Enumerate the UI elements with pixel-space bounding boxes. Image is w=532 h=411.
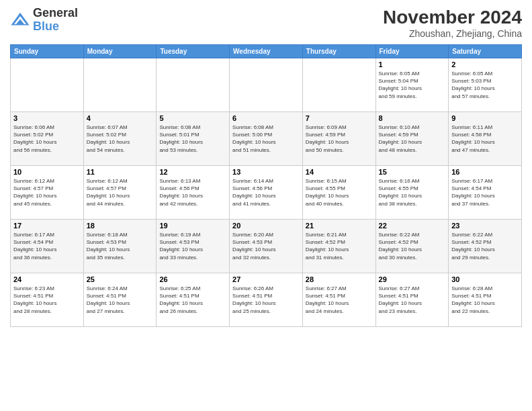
day-info: Sunrise: 6:19 AM Sunset: 4:53 PM Dayligh…: [159, 231, 226, 261]
day-info: Sunrise: 6:23 AM Sunset: 4:51 PM Dayligh…: [13, 285, 81, 315]
calendar-day-cell: 6Sunrise: 6:08 AM Sunset: 5:00 PM Daylig…: [230, 112, 303, 166]
calendar-week-row: 1Sunrise: 6:05 AM Sunset: 5:04 PM Daylig…: [11, 58, 522, 112]
weekday-header: Sunday: [11, 45, 84, 58]
day-number: 28: [306, 275, 373, 283]
day-info: Sunrise: 6:24 AM Sunset: 4:51 PM Dayligh…: [87, 285, 154, 315]
weekday-header: Friday: [375, 45, 449, 58]
day-info: Sunrise: 6:08 AM Sunset: 5:01 PM Dayligh…: [159, 124, 226, 154]
day-number: 15: [379, 168, 446, 176]
calendar-day-cell: 14Sunrise: 6:15 AM Sunset: 4:55 PM Dayli…: [302, 166, 375, 220]
day-number: 14: [306, 168, 373, 176]
calendar-day-cell: 8Sunrise: 6:10 AM Sunset: 4:59 PM Daylig…: [375, 112, 449, 166]
day-number: 2: [451, 60, 519, 68]
header: General Blue November 2024 Zhoushan, Zhe…: [10, 7, 522, 39]
day-info: Sunrise: 6:10 AM Sunset: 4:59 PM Dayligh…: [379, 124, 446, 154]
calendar-day-cell: 25Sunrise: 6:24 AM Sunset: 4:51 PM Dayli…: [83, 273, 157, 327]
day-number: 29: [379, 275, 446, 283]
day-info: Sunrise: 6:15 AM Sunset: 4:55 PM Dayligh…: [306, 177, 373, 208]
calendar-week-row: 17Sunrise: 6:17 AM Sunset: 4:54 PM Dayli…: [11, 220, 522, 273]
day-info: Sunrise: 6:12 AM Sunset: 4:57 PM Dayligh…: [13, 177, 81, 208]
calendar-week-row: 3Sunrise: 6:06 AM Sunset: 5:02 PM Daylig…: [11, 112, 522, 166]
weekday-header: Saturday: [449, 45, 522, 58]
day-number: 4: [87, 114, 154, 122]
day-number: 24: [13, 275, 81, 283]
calendar-day-cell: 23Sunrise: 6:22 AM Sunset: 4:52 PM Dayli…: [449, 220, 522, 273]
calendar-day-cell: 3Sunrise: 6:06 AM Sunset: 5:02 PM Daylig…: [11, 112, 84, 166]
logo: General Blue: [10, 7, 78, 34]
day-info: Sunrise: 6:05 AM Sunset: 5:04 PM Dayligh…: [379, 70, 446, 100]
month-title: November 2024: [383, 7, 522, 28]
calendar-day-cell: 4Sunrise: 6:07 AM Sunset: 5:02 PM Daylig…: [83, 112, 157, 166]
day-info: Sunrise: 6:11 AM Sunset: 4:58 PM Dayligh…: [451, 124, 519, 154]
day-number: 3: [13, 114, 81, 122]
calendar-day-cell: 9Sunrise: 6:11 AM Sunset: 4:58 PM Daylig…: [449, 112, 522, 166]
day-info: Sunrise: 6:06 AM Sunset: 5:02 PM Dayligh…: [13, 124, 81, 154]
day-info: Sunrise: 6:27 AM Sunset: 4:51 PM Dayligh…: [379, 285, 446, 315]
day-info: Sunrise: 6:22 AM Sunset: 4:52 PM Dayligh…: [451, 231, 519, 261]
day-info: Sunrise: 6:17 AM Sunset: 4:54 PM Dayligh…: [13, 231, 81, 261]
calendar-day-cell: 19Sunrise: 6:19 AM Sunset: 4:53 PM Dayli…: [157, 220, 230, 273]
day-number: 5: [159, 114, 226, 122]
day-number: 17: [13, 222, 81, 230]
calendar-day-cell: 7Sunrise: 6:09 AM Sunset: 4:59 PM Daylig…: [302, 112, 375, 166]
day-info: Sunrise: 6:25 AM Sunset: 4:51 PM Dayligh…: [159, 285, 226, 315]
calendar: SundayMondayTuesdayWednesdayThursdayFrid…: [10, 44, 522, 327]
calendar-day-cell: 10Sunrise: 6:12 AM Sunset: 4:57 PM Dayli…: [11, 166, 84, 220]
day-info: Sunrise: 6:18 AM Sunset: 4:53 PM Dayligh…: [87, 231, 154, 261]
day-number: 10: [13, 168, 81, 176]
day-number: 26: [159, 275, 226, 283]
main-container: General Blue November 2024 Zhoushan, Zhe…: [0, 0, 532, 411]
day-info: Sunrise: 6:28 AM Sunset: 4:51 PM Dayligh…: [451, 285, 519, 315]
calendar-day-cell: 30Sunrise: 6:28 AM Sunset: 4:51 PM Dayli…: [449, 273, 522, 327]
calendar-day-cell: [157, 58, 230, 112]
calendar-day-cell: 21Sunrise: 6:21 AM Sunset: 4:52 PM Dayli…: [302, 220, 375, 273]
day-info: Sunrise: 6:21 AM Sunset: 4:52 PM Dayligh…: [306, 231, 373, 261]
weekday-header: Monday: [83, 45, 157, 58]
day-number: 19: [159, 222, 226, 230]
calendar-day-cell: 24Sunrise: 6:23 AM Sunset: 4:51 PM Dayli…: [11, 273, 84, 327]
day-number: 30: [451, 275, 519, 283]
calendar-day-cell: 5Sunrise: 6:08 AM Sunset: 5:01 PM Daylig…: [157, 112, 230, 166]
day-info: Sunrise: 6:27 AM Sunset: 4:51 PM Dayligh…: [306, 285, 373, 315]
day-number: 7: [306, 114, 373, 122]
day-info: Sunrise: 6:12 AM Sunset: 4:57 PM Dayligh…: [87, 177, 154, 208]
calendar-day-cell: 13Sunrise: 6:14 AM Sunset: 4:56 PM Dayli…: [230, 166, 303, 220]
day-info: Sunrise: 6:05 AM Sunset: 5:03 PM Dayligh…: [451, 70, 519, 100]
calendar-day-cell: 2Sunrise: 6:05 AM Sunset: 5:03 PM Daylig…: [449, 58, 522, 112]
calendar-day-cell: 29Sunrise: 6:27 AM Sunset: 4:51 PM Dayli…: [375, 273, 449, 327]
day-number: 20: [232, 222, 300, 230]
day-number: 1: [379, 60, 446, 68]
day-info: Sunrise: 6:09 AM Sunset: 4:59 PM Dayligh…: [306, 124, 373, 154]
calendar-day-cell: 26Sunrise: 6:25 AM Sunset: 4:51 PM Dayli…: [157, 273, 230, 327]
day-number: 23: [451, 222, 519, 230]
day-info: Sunrise: 6:17 AM Sunset: 4:54 PM Dayligh…: [451, 177, 519, 208]
logo-general: General: [33, 7, 78, 20]
calendar-week-row: 24Sunrise: 6:23 AM Sunset: 4:51 PM Dayli…: [11, 273, 522, 327]
calendar-day-cell: 11Sunrise: 6:12 AM Sunset: 4:57 PM Dayli…: [83, 166, 157, 220]
calendar-day-cell: [11, 58, 84, 112]
weekday-header: Thursday: [302, 45, 375, 58]
calendar-day-cell: 18Sunrise: 6:18 AM Sunset: 4:53 PM Dayli…: [83, 220, 157, 273]
day-number: 12: [159, 168, 226, 176]
day-number: 21: [306, 222, 373, 230]
calendar-day-cell: [83, 58, 157, 112]
day-info: Sunrise: 6:07 AM Sunset: 5:02 PM Dayligh…: [87, 124, 154, 154]
day-info: Sunrise: 6:08 AM Sunset: 5:00 PM Dayligh…: [232, 124, 300, 154]
calendar-day-cell: 1Sunrise: 6:05 AM Sunset: 5:04 PM Daylig…: [375, 58, 449, 112]
day-info: Sunrise: 6:22 AM Sunset: 4:52 PM Dayligh…: [379, 231, 446, 261]
calendar-day-cell: [302, 58, 375, 112]
day-number: 8: [379, 114, 446, 122]
day-info: Sunrise: 6:13 AM Sunset: 4:56 PM Dayligh…: [159, 177, 226, 208]
calendar-day-cell: 20Sunrise: 6:20 AM Sunset: 4:53 PM Dayli…: [230, 220, 303, 273]
logo-icon: [10, 10, 30, 30]
day-number: 9: [451, 114, 519, 122]
weekday-header: Tuesday: [157, 45, 230, 58]
calendar-week-row: 10Sunrise: 6:12 AM Sunset: 4:57 PM Dayli…: [11, 166, 522, 220]
calendar-header-row: SundayMondayTuesdayWednesdayThursdayFrid…: [11, 45, 522, 58]
calendar-day-cell: 28Sunrise: 6:27 AM Sunset: 4:51 PM Dayli…: [302, 273, 375, 327]
calendar-day-cell: 15Sunrise: 6:16 AM Sunset: 4:55 PM Dayli…: [375, 166, 449, 220]
location: Zhoushan, Zhejiang, China: [383, 28, 522, 39]
day-number: 11: [87, 168, 154, 176]
day-number: 16: [451, 168, 519, 176]
calendar-day-cell: 27Sunrise: 6:26 AM Sunset: 4:51 PM Dayli…: [230, 273, 303, 327]
